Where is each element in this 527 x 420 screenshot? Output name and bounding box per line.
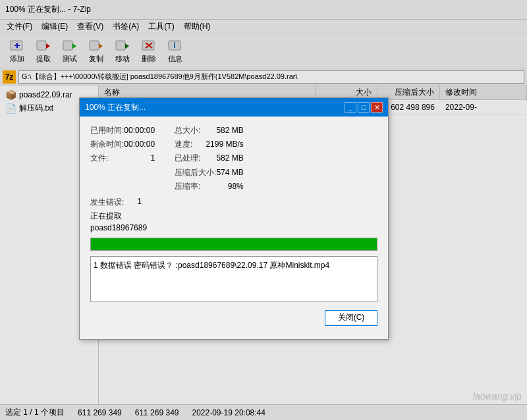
dialog-body: 已用时间: 00:00:00 剩余时间: 00:00:00 文件: 1 bbox=[80, 117, 388, 339]
files-row: 文件: 1 bbox=[90, 152, 155, 165]
files-value: 1 bbox=[150, 152, 155, 165]
elapsed-value: 00:00:00 bbox=[124, 124, 155, 137]
errors-row: 发生错误: 1 bbox=[90, 197, 377, 208]
dialog-footer: 关闭(C) bbox=[90, 307, 377, 331]
total-size-row: 总大小: 582 MB bbox=[175, 124, 244, 137]
copy-dialog: 100% 正在复制... _ □ ✕ 已用时间: 00:00:00 bbox=[79, 97, 389, 340]
info-columns: 已用时间: 00:00:00 剩余时间: 00:00:00 文件: 1 bbox=[90, 124, 377, 193]
processed-label: 已处理: bbox=[175, 152, 200, 165]
processed-value: 582 MB bbox=[216, 152, 243, 165]
compression-row: 压缩率: 98% bbox=[175, 180, 244, 193]
dialog-title-bar: 100% 正在复制... _ □ ✕ bbox=[80, 98, 388, 117]
speed-value: 2199 MB/s bbox=[206, 138, 243, 151]
compressed-size-value: 574 MB bbox=[216, 167, 243, 179]
extracting-label: 正在提取 bbox=[90, 211, 122, 221]
errors-label: 发生错误: bbox=[90, 197, 124, 208]
minimize-button[interactable]: _ bbox=[345, 102, 356, 113]
main-window: 100% 正在复制... - 7-Zip 文件(F) 编辑(E) 查看(V) 书… bbox=[0, 0, 527, 420]
progress-fill bbox=[91, 238, 377, 250]
total-size-value: 582 MB bbox=[216, 124, 243, 137]
remaining-row: 剩余时间: 00:00:00 bbox=[90, 138, 155, 151]
compressed-size-row: 压缩后大小: 574 MB bbox=[175, 167, 244, 179]
speed-label: 速度: bbox=[175, 138, 192, 151]
info-section-left: 已用时间: 00:00:00 剩余时间: 00:00:00 文件: 1 bbox=[90, 124, 155, 193]
speed-row: 速度: 2199 MB/s bbox=[175, 138, 244, 151]
progress-container bbox=[90, 238, 377, 251]
elapsed-row: 已用时间: 00:00:00 bbox=[90, 124, 155, 137]
maximize-button[interactable]: □ bbox=[358, 102, 370, 113]
dialog-close-button[interactable]: ✕ bbox=[371, 102, 383, 113]
extracting-row: 正在提取 bbox=[90, 211, 377, 222]
elapsed-label: 已用时间: bbox=[90, 124, 124, 137]
dialog-overlay: 100% 正在复制... _ □ ✕ 已用时间: 00:00:00 bbox=[0, 0, 527, 420]
compression-value: 98% bbox=[228, 180, 244, 193]
dialog-title-buttons: _ □ ✕ bbox=[345, 102, 383, 113]
compression-label: 压缩率: bbox=[175, 180, 200, 193]
close-dialog-btn[interactable]: 关闭(C) bbox=[325, 310, 377, 326]
info-section-right: 总大小: 582 MB 速度: 2199 MB/s 已处理: 582 MB bbox=[175, 124, 244, 193]
dialog-title: 100% 正在复制... bbox=[85, 102, 146, 113]
error-entry: 1 数据错误 密码错误？ :poasd18967689\22.09.17 原神M… bbox=[94, 259, 374, 271]
remaining-label: 剩余时间: bbox=[90, 138, 124, 151]
errors-value: 1 bbox=[137, 197, 142, 208]
extracting-filename: poasd18967689 bbox=[90, 223, 377, 232]
error-list: 1 数据错误 密码错误？ :poasd18967689\22.09.17 原神M… bbox=[90, 256, 377, 302]
remaining-value: 00:00:00 bbox=[124, 138, 155, 151]
processed-row: 已处理: 582 MB bbox=[175, 152, 244, 165]
files-label: 文件: bbox=[90, 152, 108, 165]
total-size-label: 总大小: bbox=[175, 124, 200, 137]
compressed-size-label: 压缩后大小: bbox=[175, 167, 216, 179]
